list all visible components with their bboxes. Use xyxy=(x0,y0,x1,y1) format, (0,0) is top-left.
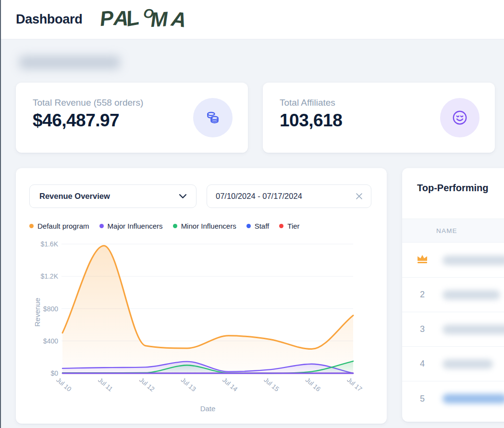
legend-item-staff[interactable]: Staff xyxy=(246,222,270,230)
legend-label: Staff xyxy=(255,222,270,230)
legend-item-tier[interactable]: Tier xyxy=(279,222,299,230)
column-header-name: NAME xyxy=(436,227,457,234)
x-tick-label: Jul 11 xyxy=(97,377,114,393)
smiley-face-icon xyxy=(452,110,468,126)
table-row[interactable]: 5 xyxy=(402,381,504,416)
table-row[interactable]: 3 xyxy=(402,312,504,347)
legend-dot xyxy=(99,224,104,228)
legend-label: Default program xyxy=(37,222,89,230)
redacted-affiliate-name xyxy=(443,256,504,265)
x-tick-label: Jul 14 xyxy=(221,376,239,393)
rank-number: 2 xyxy=(402,290,443,300)
series-default-program-area xyxy=(62,245,353,373)
window-edge xyxy=(0,0,1,428)
x-tick-label: Jul 16 xyxy=(304,376,322,393)
legend-label: Major Influencers xyxy=(108,222,163,230)
legend-label: Tier xyxy=(287,222,299,230)
logo-letter: P xyxy=(99,6,115,30)
y-tick-label: $400 xyxy=(43,337,58,345)
rank-number: 5 xyxy=(402,394,443,404)
rank-number: 4 xyxy=(402,359,443,369)
y-tick-label: $800 xyxy=(43,305,58,313)
table-row[interactable]: 4 xyxy=(402,347,504,381)
paloma-logo: PALOMA xyxy=(99,7,198,33)
legend-item-default-program[interactable]: Default program xyxy=(29,222,89,230)
legend-dot xyxy=(29,224,34,228)
x-tick-label: Jul 15 xyxy=(262,376,280,393)
y-tick-label: $0 xyxy=(50,369,58,377)
redacted-affiliate-name xyxy=(443,325,504,334)
date-range-input[interactable]: 07/10/2024 - 07/17/2024 xyxy=(207,184,371,208)
y-tick-label: $1.6K xyxy=(40,240,58,248)
revenue-overview-card: Revenue Overview 07/10/2024 - 07/17/2024… xyxy=(16,168,387,424)
table-row[interactable]: 2 xyxy=(402,278,504,312)
x-tick-label: Jul 13 xyxy=(180,376,197,393)
stat-card-total-affiliates: Total Affiliates 103,618 xyxy=(263,83,495,153)
legend-label: Minor Influencers xyxy=(181,222,236,230)
date-range-value: 07/10/2024 - 07/17/2024 xyxy=(216,192,302,201)
x-tick-label: Jul 12 xyxy=(138,376,156,393)
legend-item-minor-influencers[interactable]: Minor Influencers xyxy=(173,222,236,230)
revenue-chart[interactable]: $0$400$800$1.2K$1.6KRevenueDateJul 10Jul… xyxy=(16,235,387,418)
top-performing-title: Top-Performing xyxy=(417,183,489,194)
chevron-down-icon xyxy=(179,194,186,198)
metric-select-value: Revenue Overview xyxy=(39,192,110,201)
redacted-affiliate-name xyxy=(443,394,504,404)
legend-dot xyxy=(279,224,283,228)
stat-icon-circle xyxy=(193,98,233,137)
topbar: Dashboard PALOMA xyxy=(0,0,504,39)
top-performing-card: Top-Performing NAME 2345 xyxy=(402,168,504,422)
table-row[interactable] xyxy=(402,243,504,278)
stat-value: $46,487.97 xyxy=(33,110,119,131)
close-icon[interactable] xyxy=(356,193,362,199)
stat-label: Total Revenue (558 orders) xyxy=(33,98,143,108)
redacted-page-title xyxy=(19,56,120,69)
legend-dot xyxy=(246,224,251,228)
table-body: 2345 xyxy=(402,243,504,416)
y-tick-label: $1.2K xyxy=(40,272,58,280)
table-header: NAME xyxy=(402,219,504,243)
redacted-affiliate-name xyxy=(443,359,493,369)
x-axis-title: Date xyxy=(200,404,216,413)
crown-icon xyxy=(416,254,429,264)
x-tick-label: Jul 17 xyxy=(345,376,363,393)
logo-letter: M xyxy=(150,7,169,31)
page-title: Dashboard xyxy=(16,12,82,27)
stat-label: Total Affiliates xyxy=(280,98,335,108)
x-tick-label: Jul 10 xyxy=(55,376,73,393)
legend-dot xyxy=(173,224,177,228)
stat-icon-circle xyxy=(440,98,479,137)
rank-number: 3 xyxy=(402,324,443,334)
coins-icon xyxy=(205,110,221,126)
stat-value: 103,618 xyxy=(280,110,342,131)
metric-select[interactable]: Revenue Overview xyxy=(29,184,197,208)
logo-letter: A xyxy=(170,7,188,32)
stat-card-total-revenue: Total Revenue (558 orders) $46,487.97 xyxy=(16,83,248,153)
legend-item-major-influencers[interactable]: Major Influencers xyxy=(99,222,163,230)
rank-crown xyxy=(402,254,443,267)
redacted-affiliate-name xyxy=(443,290,500,300)
y-axis-title: Revenue xyxy=(33,298,41,327)
chart-legend: Default programMajor InfluencersMinor In… xyxy=(29,220,387,232)
